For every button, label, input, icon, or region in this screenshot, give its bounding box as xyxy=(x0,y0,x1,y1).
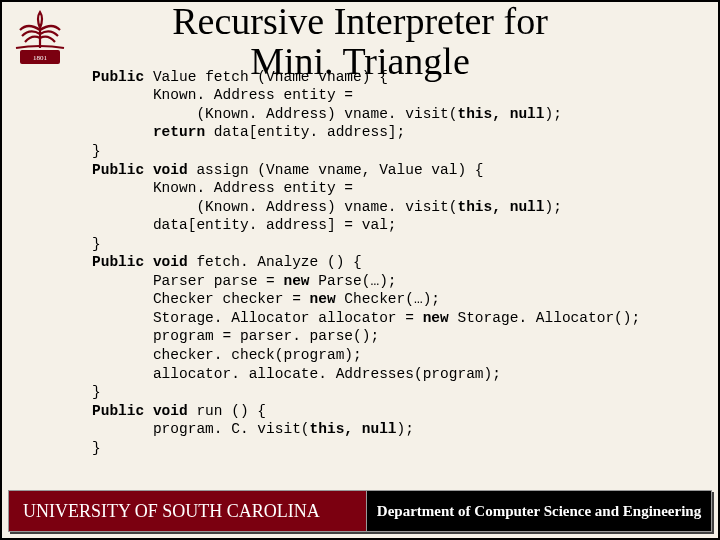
title-line-1: Recursive Interpreter for xyxy=(172,0,548,42)
footer-university: UNIVERSITY OF SOUTH CAROLINA xyxy=(23,501,320,522)
kw: this, null xyxy=(310,421,397,437)
code: fetch. Analyze () { xyxy=(188,254,362,270)
code: data[entity. address]; xyxy=(205,124,405,140)
kw: Public xyxy=(92,69,144,85)
code: } xyxy=(92,440,101,456)
slide: 1801 Recursive Interpreter for Mini. Tri… xyxy=(0,0,720,540)
code: ); xyxy=(397,421,414,437)
code: program. C. visit( xyxy=(92,421,310,437)
code: Parse(…); xyxy=(310,273,397,289)
code: } xyxy=(92,384,101,400)
footer-right: Department of Computer Science and Engin… xyxy=(366,490,712,532)
kw: new xyxy=(423,310,449,326)
kw: this, null xyxy=(457,106,544,122)
code: Storage. Allocator allocator = xyxy=(92,310,423,326)
kw: new xyxy=(283,273,309,289)
code: Checker checker = xyxy=(92,291,310,307)
kw: Public void xyxy=(92,254,188,270)
code xyxy=(92,124,153,140)
code: allocator. allocate. Addresses(program); xyxy=(92,366,501,382)
svg-text:1801: 1801 xyxy=(33,54,48,62)
code: } xyxy=(92,236,101,252)
kw: new xyxy=(310,291,336,307)
footer: UNIVERSITY OF SOUTH CAROLINA Department … xyxy=(8,490,712,532)
kw: Public void xyxy=(92,403,188,419)
code-block: Public Value fetch (Vname vname) { Known… xyxy=(2,68,718,457)
code: (Known. Address) vname. visit( xyxy=(92,199,457,215)
kw: this, null xyxy=(457,199,544,215)
code: Known. Address entity = xyxy=(92,180,353,196)
code: Checker(…); xyxy=(336,291,440,307)
code: ); xyxy=(544,199,561,215)
code: data[entity. address] = val; xyxy=(92,217,397,233)
code: checker. check(program); xyxy=(92,347,362,363)
university-logo: 1801 xyxy=(10,8,70,68)
code: Value fetch (Vname vname) { xyxy=(144,69,388,85)
code: Known. Address entity = xyxy=(92,87,353,103)
footer-left: UNIVERSITY OF SOUTH CAROLINA xyxy=(8,490,366,532)
code: ); xyxy=(544,106,561,122)
code: Parser parse = xyxy=(92,273,283,289)
code: Storage. Allocator(); xyxy=(449,310,640,326)
code: (Known. Address) vname. visit( xyxy=(92,106,457,122)
code: run () { xyxy=(188,403,266,419)
footer-department: Department of Computer Science and Engin… xyxy=(377,503,701,520)
code: assign (Vname vname, Value val) { xyxy=(188,162,484,178)
code: program = parser. parse(); xyxy=(92,328,379,344)
code: } xyxy=(92,143,101,159)
kw: return xyxy=(153,124,205,140)
kw: Public void xyxy=(92,162,188,178)
